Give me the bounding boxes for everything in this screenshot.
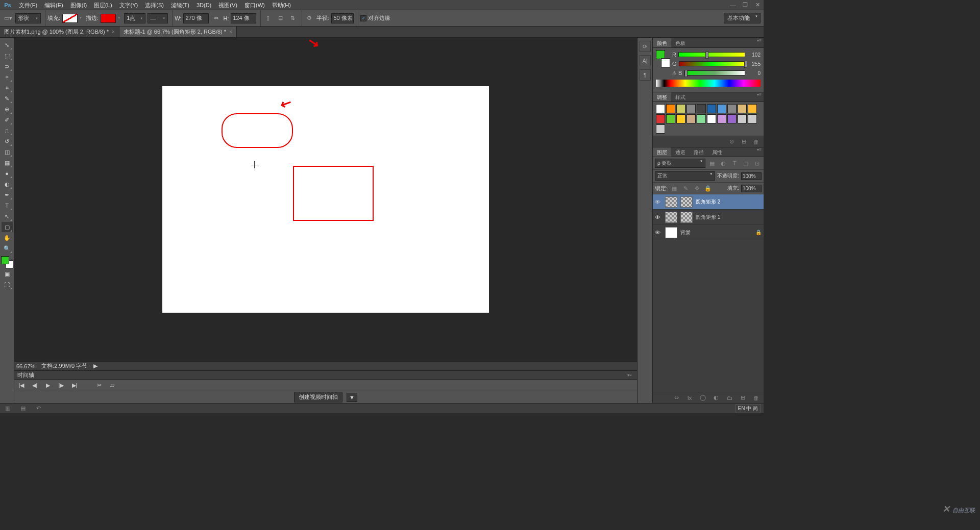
maximize-icon[interactable]: ❐ [740, 1, 751, 9]
background-swatch[interactable] [661, 58, 670, 67]
type-tool-icon[interactable]: T [2, 200, 13, 211]
style-swatch[interactable] [727, 114, 737, 123]
filter-shape-icon[interactable]: ▢ [741, 159, 750, 167]
stamp-tool-icon[interactable]: ⎍ [2, 125, 13, 136]
style-swatch[interactable] [707, 104, 716, 113]
layer-thumb[interactable] [665, 196, 677, 208]
marquee-tool-icon[interactable]: ⬚ [2, 51, 13, 61]
menu-edit[interactable]: 编辑(E) [41, 0, 67, 10]
fx-icon[interactable]: fx [685, 394, 694, 402]
layer-kind-dropdown[interactable]: ρ 类型 [655, 159, 705, 168]
fg-bg-swatches[interactable] [1, 256, 13, 268]
doc-size[interactable]: 文档:2.99M/0 字节 [41, 362, 87, 370]
eraser-tool-icon[interactable]: ◫ [2, 147, 13, 157]
lock-position-icon[interactable]: ✥ [692, 184, 701, 192]
new-layer-icon[interactable]: ⊞ [738, 394, 747, 402]
tab-paths[interactable]: 路径 [690, 147, 708, 157]
checkbox-icon[interactable]: ✓ [360, 15, 366, 21]
tab-channels[interactable]: 通道 [671, 147, 690, 157]
visibility-eye-icon[interactable]: 👁 [655, 214, 662, 220]
stroke-style-dropdown[interactable]: — [148, 13, 168, 23]
fill-opacity-input[interactable]: 100% [741, 185, 762, 192]
style-swatch[interactable] [748, 114, 757, 123]
adjustment-layer-icon[interactable]: ◐ [712, 394, 721, 402]
status-arrow-icon[interactable]: ▶ [93, 363, 97, 369]
gradient-tool-icon[interactable]: ▦ [2, 158, 13, 168]
menu-3d[interactable]: 3D(D) [193, 0, 215, 10]
style-swatch[interactable] [687, 104, 696, 113]
tl-transition-icon[interactable]: ▱ [108, 382, 116, 390]
lasso-tool-icon[interactable]: ⊃ [2, 61, 13, 71]
color-fgbg[interactable] [656, 50, 670, 67]
lock-pixels-icon[interactable]: ✎ [681, 184, 690, 192]
trash-icon[interactable]: 🗑 [751, 138, 761, 146]
tab-swatches[interactable]: 色板 [671, 38, 690, 47]
shape-mode-dropdown[interactable]: 形状 [15, 13, 41, 23]
panel-menu-icon[interactable]: ▾≡ [625, 373, 634, 377]
style-swatch[interactable] [727, 104, 737, 113]
workspace-dropdown[interactable]: 基本功能 [724, 13, 761, 23]
panel-menu-icon[interactable]: ▾≡ [755, 147, 764, 157]
group-icon[interactable]: 🗀 [725, 394, 734, 402]
blur-tool-icon[interactable]: ● [2, 168, 13, 179]
visibility-eye-icon[interactable]: 👁 [655, 230, 662, 236]
doc-tab-1[interactable]: 图片素材1.png @ 100% (图层 2, RGB/8) * × [0, 27, 119, 37]
zoom-tool-icon[interactable]: 🔍 [2, 243, 13, 254]
move-tool-icon[interactable]: ⤡ [2, 40, 13, 50]
clear-style-icon[interactable]: ⊘ [727, 138, 736, 146]
layer-mask-thumb[interactable] [680, 212, 693, 223]
menu-type[interactable]: 文字(Y) [116, 0, 142, 10]
radius-input[interactable] [331, 13, 354, 23]
style-swatch[interactable] [687, 114, 696, 123]
slider-r-value[interactable]: 102 [747, 52, 761, 58]
undo-arrow-icon[interactable]: ↶ [34, 405, 43, 413]
stroke-swatch[interactable] [101, 14, 116, 23]
rect-shape[interactable] [293, 166, 374, 221]
new-style-icon[interactable]: ⊞ [739, 138, 748, 146]
filter-type-icon[interactable]: T [730, 159, 739, 167]
canvas-viewport[interactable]: ↘ ↙ [14, 38, 637, 361]
style-swatch[interactable] [738, 104, 747, 113]
tl-first-icon[interactable]: |◀ [17, 382, 26, 390]
opacity-input[interactable]: 100% [741, 172, 762, 180]
filter-smart-icon[interactable]: ⊡ [752, 159, 762, 167]
tab-layers[interactable]: 图层 [653, 147, 671, 157]
tile2-icon[interactable]: ▤ [18, 405, 28, 413]
foreground-swatch[interactable] [1, 256, 9, 264]
menu-view[interactable]: 视图(V) [215, 0, 241, 10]
style-swatch[interactable] [676, 104, 685, 113]
ime-indicator[interactable]: EN 中 简 [736, 404, 761, 413]
canvas[interactable]: ↙ [162, 86, 489, 313]
style-swatch[interactable] [697, 114, 706, 123]
link-wh-icon[interactable]: ⇔ [211, 13, 221, 23]
crop-tool-icon[interactable]: ⌗ [2, 83, 13, 93]
style-swatch[interactable] [748, 104, 757, 113]
close-icon[interactable]: ✕ [752, 1, 763, 9]
magic-wand-tool-icon[interactable]: ✧ [2, 72, 13, 82]
menu-help[interactable]: 帮助(H) [268, 0, 295, 10]
tab-color[interactable]: 颜色 [653, 38, 671, 47]
height-input[interactable] [231, 13, 256, 23]
slider-r[interactable]: R 102 [672, 50, 761, 59]
path-align-icon[interactable]: ⊟ [275, 13, 285, 23]
create-timeline-dropdown[interactable]: ▼ [347, 393, 357, 402]
gear-icon[interactable]: ⚙ [304, 13, 314, 23]
brush-tool-icon[interactable]: ✐ [2, 115, 13, 125]
visibility-eye-icon[interactable]: 👁 [655, 199, 662, 205]
style-swatch[interactable] [707, 114, 716, 123]
path-select-tool-icon[interactable]: ↖ [2, 211, 13, 221]
slider-g-value[interactable]: 255 [747, 61, 761, 67]
layer-name[interactable]: 背景 [680, 229, 691, 236]
rounded-rect-tool-icon[interactable]: ▢ [2, 222, 13, 232]
layer-name[interactable]: 圆角矩形 1 [696, 214, 720, 221]
layer-mask-thumb[interactable] [680, 196, 693, 208]
path-arrange-icon[interactable]: ⇅ [287, 13, 298, 23]
layer-thumb[interactable] [665, 227, 677, 238]
slider-b-value[interactable]: 0 [747, 70, 761, 76]
style-swatch[interactable] [656, 104, 665, 113]
style-swatch[interactable] [656, 124, 665, 134]
tab-styles[interactable]: 样式 [671, 92, 690, 102]
align-edges-check[interactable]: ✓ 对齐边缘 [360, 14, 390, 22]
screenmode-icon[interactable]: ⛶ [2, 280, 13, 290]
eyedropper-tool-icon[interactable]: ✎ [2, 93, 13, 104]
